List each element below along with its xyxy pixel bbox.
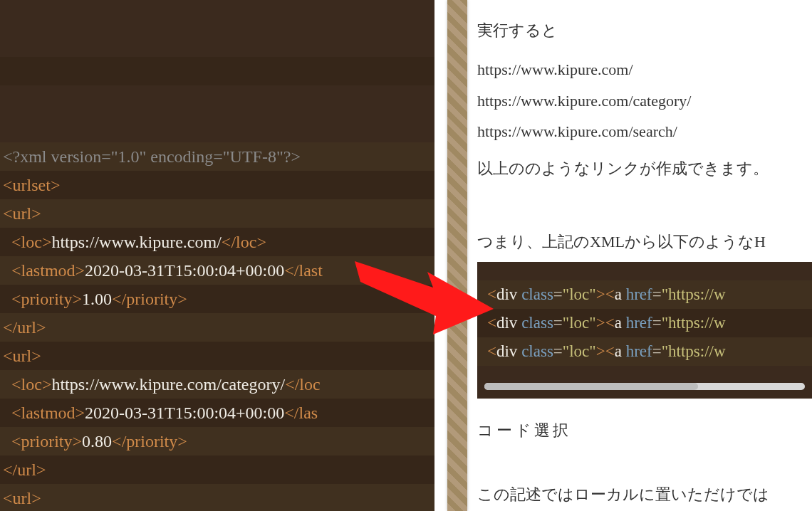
code-line: <priority>1.00</priority> [0, 285, 434, 313]
article-text: 実行すると https://www.kipure.com/ https://ww… [477, 0, 812, 511]
code-line: <urlset> [0, 171, 434, 199]
paragraph: 以上ののようなリンクが作成できます。 [477, 155, 812, 181]
url-item: https://www.kipure.com/category/ [477, 88, 812, 114]
xml-code-block: <?xml version="1.0" encoding="UTF-8"?><u… [0, 0, 434, 511]
code-line: <loc>https://www.kipure.com/category/</l… [0, 370, 434, 399]
paragraph: つまり、上記のXMLから以下のようなH [477, 228, 812, 255]
url-list: https://www.kipure.com/ https://www.kipu… [477, 56, 812, 144]
code-line: <priority>0.80</priority> [0, 427, 434, 455]
code-line: <url> [0, 484, 434, 511]
code-line: <lastmod>2020-03-31T15:00:04+00:00</las [0, 399, 434, 427]
code-select-label[interactable]: コード選択 [477, 417, 812, 443]
paragraph: 実行すると [477, 17, 812, 43]
paragraph: この記述ではローカルに置いただけでは [477, 481, 812, 507]
code-line: <div class="loc"><a href="https://w [477, 280, 812, 309]
code-line: <loc>https://www.kipure.com/</loc> [0, 228, 434, 256]
html-code-block: <div class="loc"><a href="https://w<div … [477, 262, 812, 373]
code-line: <url> [0, 342, 434, 370]
url-item: https://www.kipure.com/ [477, 56, 812, 83]
scrollbar-track[interactable] [477, 373, 812, 399]
code-line: </url> [0, 455, 434, 484]
code-line [0, 57, 434, 85]
url-item: https://www.kipure.com/search/ [477, 118, 812, 144]
code-line: <div class="loc"><a href="https://w [477, 309, 812, 337]
code-line: </url> [0, 313, 434, 342]
code-line: <?xml version="1.0" encoding="UTF-8"?> [0, 142, 434, 171]
code-line: <lastmod>2020-03-31T15:00:04+00:00</last [0, 256, 434, 285]
code-line: <url> [0, 199, 434, 228]
code-line: <div class="loc"><a href="https://w [477, 337, 812, 366]
vertical-divider [434, 0, 474, 511]
